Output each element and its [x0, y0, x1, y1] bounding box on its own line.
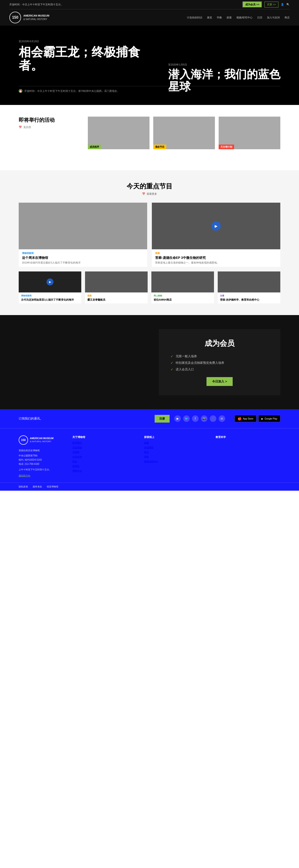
calendar-link[interactable]: 📅 见日历: [19, 125, 84, 129]
small-card-4[interactable]: 文章 理查·杰伊德科学、教育和自然中心: [218, 272, 280, 303]
footer-col-logo: 150 AMERICAN MUSEUM & NATURAL HISTORY 美国…: [19, 435, 65, 478]
footer-link-shop[interactable]: 商店: [144, 451, 149, 453]
top-bar-right: 成为会员 >> 买票 >> 👤 🔍: [242, 1, 290, 8]
hero-hours: 开放时间：今日上午十时至下午五时四十五分。第79街和中央公园西。买门票现在。: [24, 89, 119, 93]
event-image-2: [153, 117, 215, 149]
footer-link-rental[interactable]: 出租场地: [73, 446, 82, 449]
join-today-button[interactable]: 今日加入 >: [207, 377, 233, 386]
footer-link-video[interactable]: 视频: [144, 441, 149, 444]
google-play-badge[interactable]: ▶ Google Play: [259, 415, 280, 422]
spotify-icon[interactable]: 🎵: [210, 415, 216, 422]
nav-exhibits[interactable]: 展览: [207, 16, 212, 19]
footer-link-access[interactable]: 无障碍: [73, 451, 79, 453]
explore-more[interactable]: 📅 探索更多: [19, 192, 280, 196]
footer-link-press[interactable]: 新闻室: [73, 465, 79, 467]
play-button-2[interactable]: ▶: [211, 221, 221, 230]
footer-logo-circle: 150: [19, 435, 28, 445]
small-title-4: 理查·杰伊德科学、教育和自然中心: [220, 298, 278, 301]
small-tag-3: 网上购物: [154, 294, 212, 297]
search-icon[interactable]: 🔍: [287, 3, 290, 6]
nav-explore[interactable]: 探索: [226, 16, 232, 19]
play-button-small-1[interactable]: ▶: [47, 278, 54, 285]
event-badge-2: 诵念节目: [153, 145, 166, 149]
small-card-2[interactable]: 视频 霸王龙脊髓船员: [85, 272, 147, 303]
footer-col-explore: 探索线上 视频 在线课堂 商店 博客 新闻在线中心: [144, 435, 209, 478]
logo-circle: 150: [9, 12, 21, 23]
nav-research[interactable]: 视频/研究中心: [236, 16, 252, 19]
event-badge-1: 成员程序: [88, 145, 101, 149]
footer: 150 AMERICAN MUSEUM & NATURAL HISTORY 美国…: [0, 428, 299, 483]
highlight-card-1[interactable]: 博物馆新闻 这个周末在博物馆 2019年在纽约市度过最好3人福示了不断变化的海洋: [19, 203, 147, 267]
membership-box: 成为会员 ✓ 无限一般入场券 ✓ 特别展览及会员独家预览免费入场券 ✓ 进入会员…: [159, 329, 280, 395]
small-meta-4: 文章 理查·杰伊德科学、教育和自然中心: [218, 292, 280, 303]
nav-plan[interactable]: 计划你的到访: [187, 16, 202, 19]
hero-secondary: 至2020年1月5日 潜入海洋；我们的蓝色星球: [168, 63, 280, 93]
upcoming-events-section: 即将举行的活动 📅 见日历 成员程序 诵念节目 天文馆计划: [0, 105, 299, 161]
check-icon-1: ✓: [170, 354, 173, 358]
logo-text: AMERICAN MUSEUM & NATURAL HISTORY: [23, 14, 49, 21]
nav-learn[interactable]: 学教: [217, 16, 222, 19]
footer-link-careers[interactable]: 职业: [73, 460, 77, 463]
event-card-1[interactable]: 成员程序: [88, 117, 150, 149]
event-card-2[interactable]: 诵念节目: [153, 117, 215, 149]
about-museum-link[interactable]: 谁是博物馆: [47, 485, 58, 488]
social-icons: ▶ 🐦 f 📷 🎵 in: [174, 415, 225, 422]
highlights-section: 今天的重点节目 📅 探索更多 博物馆新闻 这个周末在博物馆 2019年在纽约市度…: [0, 170, 299, 315]
small-image-2: [85, 272, 147, 292]
benefit-2: ✓ 特别展览及会员独家预览免费入场券: [170, 361, 269, 365]
small-card-3[interactable]: 网上购物 前往AMNH商店: [152, 272, 214, 303]
highlight-image-2: ▶: [152, 203, 280, 249]
highlight-card-2[interactable]: ▶ 视频 苔藓-庞德生命EP 3中微生物的研究 苔藓是地上最古老的植物之一。最各…: [152, 203, 280, 267]
directions-link[interactable]: 规划前方向: [19, 474, 65, 478]
app-store-badge[interactable]: 🍎 App Store: [235, 415, 256, 422]
event-card-3[interactable]: 天文馆计划: [219, 117, 280, 149]
footer-link-online-class[interactable]: 在线课堂: [144, 446, 154, 449]
footer-col-science: 教育科学: [216, 435, 280, 478]
top-bar: 开放时间：今日上午十时至下午五时四十五分。 成为会员 >> 买票 >> 👤 🔍: [9, 0, 290, 9]
highlight-tag-1: 博物馆新闻: [22, 252, 144, 255]
buy-ticket-button[interactable]: 买票 >>: [265, 2, 278, 7]
small-meta-1: 博物馆新闻 古代马还加明如里亚3人福示了不断变化的海洋: [19, 292, 81, 303]
hero-date1: 至2020年8月19日: [19, 40, 280, 43]
main-nav-links: 计划你的到访 展览 学教 探索 视频/研究中心 日历 加入与支持 商店: [187, 16, 290, 19]
hero-date2: 至2020年1月5日: [168, 63, 280, 66]
events-heading-col: 即将举行的活动 📅 见日历: [19, 117, 84, 134]
footer-bottom: 隐私政策 服务条款 谁是博物馆: [0, 483, 299, 491]
terms-link[interactable]: 服务条款: [33, 485, 42, 488]
small-card-1[interactable]: ▶ 博物馆新闻 古代马还加明如里亚3人福示了不断变化的海洋: [19, 272, 81, 303]
nav-shop[interactable]: 商店: [284, 16, 290, 19]
benefit-3: ✓ 进入会员入口: [170, 367, 269, 372]
upcoming-heading: 即将举行的活动: [19, 117, 84, 124]
calendar-icon2: 📅: [142, 192, 145, 195]
privacy-policy-link[interactable]: 隐私政策: [19, 485, 28, 488]
logo: 150 AMERICAN MUSEUM & NATURAL HISTORY: [9, 12, 49, 23]
linkedin-icon[interactable]: in: [219, 415, 225, 422]
footer-about-links: 联系我们 出租场地 无障碍 合作伙伴 职业 新闻室 帮助中心: [73, 441, 137, 472]
highlight-tag-2: 视频: [155, 252, 277, 255]
newsletter-section: 订阅我们的通讯。 注册 ▶ 🐦 f 📷 🎵 in 🍎 App Store ▶ G…: [0, 409, 299, 428]
footer-link-blog[interactable]: 博客: [144, 456, 149, 458]
nav-join[interactable]: 加入与支持: [267, 16, 280, 19]
google-play-icon: ▶: [262, 417, 263, 420]
register-button[interactable]: 注册: [155, 415, 170, 423]
footer-link-news-center[interactable]: 新闻在线中心: [144, 460, 158, 463]
nav-calendar[interactable]: 日历: [257, 16, 262, 19]
become-member-button[interactable]: 成为会员 >>: [242, 1, 262, 8]
event-badge-3: 天文馆计划: [219, 145, 234, 149]
small-meta-2: 视频 霸王龙脊髓船员: [85, 292, 147, 303]
check-icon-2: ✓: [170, 361, 173, 365]
small-meta-3: 网上购物 前往AMNH商店: [152, 292, 214, 303]
footer-link-help[interactable]: 帮助中心: [73, 469, 82, 472]
youtube-icon[interactable]: ▶: [174, 415, 181, 422]
footer-link-partners[interactable]: 合作伙伴: [73, 456, 82, 458]
twitter-icon[interactable]: 🐦: [183, 415, 190, 422]
calendar-icon: 📅: [19, 126, 22, 129]
instagram-icon[interactable]: 📷: [201, 415, 208, 422]
clock-icon: ⏰: [19, 89, 22, 93]
footer-grid: 150 AMERICAN MUSEUM & NATURAL HISTORY 美国…: [19, 435, 280, 478]
facebook-icon[interactable]: f: [192, 415, 198, 422]
membership-heading: 成为会员: [170, 338, 269, 349]
footer-link-contact[interactable]: 联系我们: [73, 441, 82, 444]
small-image-1: ▶: [19, 272, 81, 292]
account-icon[interactable]: 👤: [281, 3, 284, 6]
